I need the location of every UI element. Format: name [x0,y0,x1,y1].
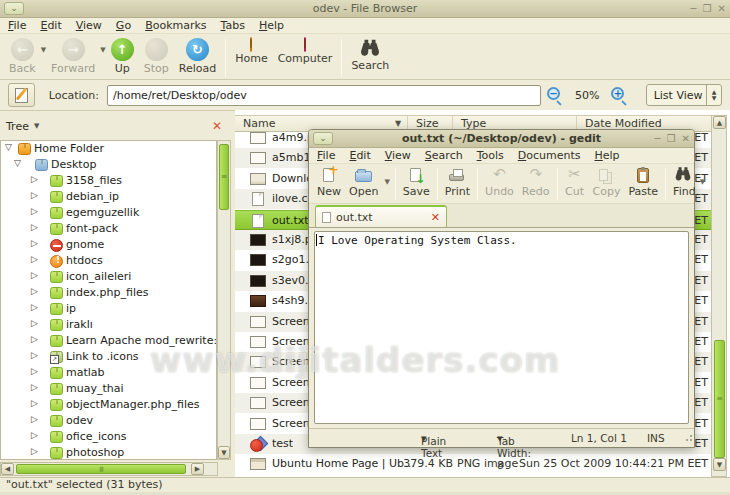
toolbar-overflow-icon[interactable]: ▼ [700,178,705,186]
scroll-down-icon[interactable]: ▼ [218,446,230,459]
expander-closed-icon[interactable]: ▷ [31,398,38,408]
gedit-menu-view[interactable]: View [385,149,411,162]
tree-item-muay-thai[interactable]: ▷muay_thai [1,381,216,397]
expander-closed-icon[interactable]: ▷ [31,430,38,440]
expander-closed-icon[interactable]: ▷ [31,270,38,280]
scroll-left-icon[interactable]: ◀ [1,463,14,475]
browser-menu-file[interactable]: File [8,19,26,32]
browser-menu-edit[interactable]: Edit [40,19,61,32]
tree-item-irakl[interactable]: ▷iraklı [1,317,216,333]
new-button[interactable]: +New [313,166,345,198]
expander-closed-icon[interactable]: ▷ [31,334,38,344]
gedit-menu-edit[interactable]: Edit [349,149,370,162]
toggle-location-entry-button[interactable] [8,83,35,107]
browser-menu-bookmarks[interactable]: Bookmarks [145,19,206,32]
close-icon[interactable]: ✕ [718,2,726,15]
browser-menu-help[interactable]: Help [259,19,284,32]
tab-out-txt[interactable]: out.txt ✕ [315,205,447,227]
search-button[interactable]: Search [346,37,394,73]
expander-closed-icon[interactable]: ▷ [31,174,38,184]
tree-item-icon-aileleri[interactable]: ▷icon_aileleri [1,269,216,285]
tree-item-learn-apache-mod-rewrite-13-real-work[interactable]: ▷Learn Apache mod_rewrite: 13 Real-work [1,333,216,349]
scroll-down-icon[interactable]: ▼ [713,458,726,471]
tree-item-3158-files[interactable]: ▷3158_files [1,173,216,189]
zoom-out-icon[interactable]: − [547,87,563,104]
gedit-menu-search[interactable]: Search [425,149,463,162]
tree-item-ofice-icons[interactable]: ▷ofice_icons [1,429,216,445]
expander-closed-icon[interactable]: ▷ [31,190,38,200]
up-button[interactable]: ↑Up [106,37,139,76]
tree-item-matlab[interactable]: ▷matlab [1,365,216,381]
tree-item-font-pack[interactable]: ▷font-pack [1,221,216,237]
computer-button[interactable]: Computer [273,37,338,66]
open-button[interactable]: Open [345,166,382,198]
file-row-ubuntu-home-page-ubuntu-125[interactable]: Ubuntu Home Page | Ubuntu_125...379.4 KB… [235,454,711,474]
expander-closed-icon[interactable]: ▷ [31,222,38,232]
tree-item-photoshop[interactable]: ▷photoshop [1,445,216,460]
maximize-icon[interactable]: ❒ [667,132,676,145]
close-icon[interactable]: ✕ [682,132,690,145]
zoom-in-icon[interactable]: + [611,87,627,104]
reload-button[interactable]: ↻Reload [174,37,221,76]
spinner-arrows-icon[interactable]: ▲▼ [706,85,721,105]
file-browser-window: ⌄ odev - File Browser ─ ❒ ✕ FileEditView… [0,0,730,111]
minimize-icon[interactable]: ─ [655,132,661,145]
browser-menu-go[interactable]: Go [116,19,131,32]
view-mode-select[interactable]: List View ▲▼ [646,84,722,106]
expander-closed-icon[interactable]: ▷ [31,366,38,376]
expander-closed-icon[interactable]: ▷ [31,350,38,360]
print-button[interactable]: Print [441,166,474,198]
expander-open-icon[interactable]: ▽ [14,158,21,168]
window-menu-icon[interactable]: ⌄ [313,132,333,145]
tree-item-ip[interactable]: ▷ip [1,301,216,317]
side-pane-close-icon[interactable]: ✕ [212,119,222,133]
tree-item-link-to-icons[interactable]: ▷Link to .icons [1,349,216,365]
tree-item-desktop[interactable]: ▽Desktop [1,157,216,173]
expander-closed-icon[interactable]: ▷ [31,382,38,392]
gedit-menu-help[interactable]: Help [595,149,620,162]
text-editor-area[interactable]: I Love Operating System Class. [314,231,689,424]
chevron-down-icon[interactable]: ▼ [34,122,39,130]
gedit-menu-tools[interactable]: Tools [477,149,504,162]
scroll-up-icon[interactable]: ▲ [713,116,726,129]
sort-chevron-icon[interactable]: ▼ [395,119,401,128]
tree-item-htdocs[interactable]: ▷htdocs [1,253,216,269]
expander-closed-icon[interactable]: ▷ [31,302,38,312]
maximize-icon[interactable]: ❒ [703,2,712,15]
gedit-menu-file[interactable]: File [317,149,335,162]
scroll-right-icon[interactable]: ▶ [191,463,204,475]
browser-menu-view[interactable]: View [76,19,102,32]
tree-item-home-folder[interactable]: ▽Home Folder [1,141,216,157]
expander-closed-icon[interactable]: ▷ [31,414,38,424]
tree-item-index-php-files[interactable]: ▷index.php_files [1,285,216,301]
expander-closed-icon[interactable]: ▷ [31,206,38,216]
minimize-icon[interactable]: ─ [691,2,697,15]
find-button[interactable]: Find [669,166,700,198]
expander-closed-icon[interactable]: ▷ [31,254,38,264]
tree-item-odev[interactable]: ▷odev [1,413,216,429]
expander-closed-icon[interactable]: ▷ [31,286,38,296]
tree-horizontal-scrollbar[interactable]: ◀ ≡ ▶ [0,462,218,476]
expander-closed-icon[interactable]: ▷ [31,318,38,328]
expander-closed-icon[interactable]: ▷ [31,238,38,248]
browser-menu-tabs[interactable]: Tabs [221,19,245,32]
tree-item-gnome[interactable]: ▷gnome [1,237,216,253]
side-pane-selector[interactable]: Tree [2,120,29,133]
tree-vertical-scrollbar[interactable]: ≡ ▼ [217,140,231,460]
save-button[interactable]: ↓Save [399,166,434,198]
tree-item-debian-ip[interactable]: ▷debian_ip [1,189,216,205]
file-list-scrollbar[interactable]: ▲ ≡ ▼ [711,115,727,477]
tab-close-icon[interactable]: ✕ [431,211,440,224]
window-menu-icon[interactable]: ⌄ [4,2,24,15]
expander-closed-icon[interactable]: ▷ [31,446,38,456]
resize-grip[interactable] [683,432,693,442]
location-input[interactable] [107,85,541,106]
open-dropdown-icon[interactable]: ▼ [382,178,391,186]
paste-button[interactable]: Paste [624,166,662,198]
folder-green-icon [50,335,63,347]
tree-item-objectmanager-php-files[interactable]: ▷objectManager.php_files [1,397,216,413]
expander-open-icon[interactable]: ▽ [5,142,12,152]
gedit-menu-documents[interactable]: Documents [518,149,581,162]
home-button[interactable]: Home [230,37,272,66]
tree-item-egemguzellik[interactable]: ▷egemguzellik [1,205,216,221]
